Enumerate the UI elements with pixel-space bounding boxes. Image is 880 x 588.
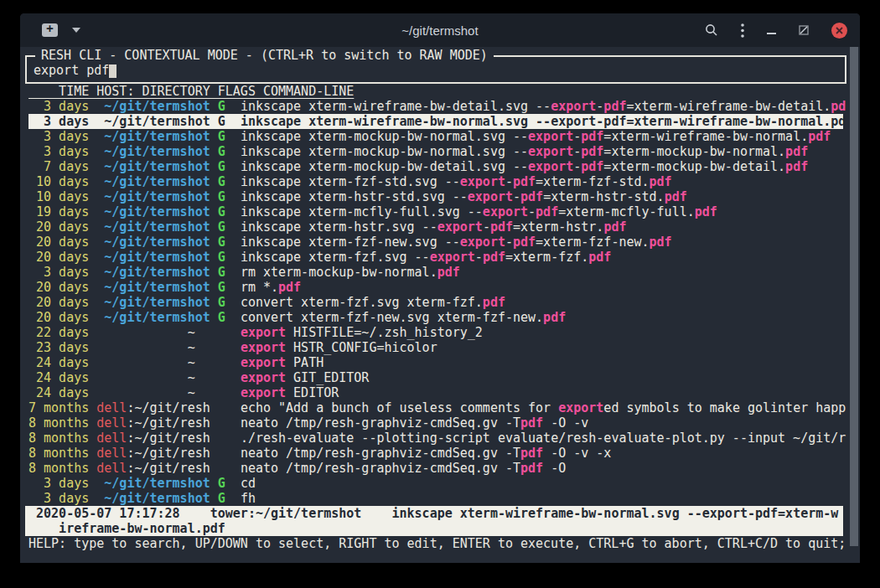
scrollbar[interactable]	[850, 47, 858, 563]
resh-search-panel: RESH CLI - CONTEXTUAL MODE - (CTRL+R to …	[25, 55, 846, 84]
history-rows: 3 days ~/git/termshot G inkscape xterm-w…	[25, 99, 843, 506]
history-row[interactable]: 24 days ~ export EDITOR	[28, 385, 843, 400]
history-row[interactable]: 22 days ~ export HISTFILE=~/.zsh_history…	[28, 325, 843, 340]
kebab-menu-icon	[741, 23, 744, 38]
terminal-window: ~/git/termshot	[20, 13, 860, 563]
close-button[interactable]	[831, 23, 847, 39]
close-icon	[836, 27, 843, 34]
scrollbar-thumb[interactable]	[850, 47, 858, 546]
history-row[interactable]: 7 days ~/git/termshot G inkscape xterm-m…	[28, 159, 843, 174]
chevron-down-icon[interactable]	[72, 28, 80, 33]
history-row[interactable]: 20 days ~/git/termshot G inkscape xterm-…	[28, 250, 843, 265]
history-row[interactable]: 20 days ~/git/termshot G inkscape xterm-…	[28, 219, 843, 235]
history-row[interactable]: 7 months dell:~/git/resh echo "Add a bun…	[28, 400, 843, 415]
status-host: tower:~/git/termshot	[210, 506, 392, 521]
minimize-icon	[767, 33, 776, 34]
status-time: 2020-05-07 17:17:28	[28, 506, 210, 521]
status-command: inkscape xterm-wireframe-bw-normal.svg -…	[392, 506, 839, 521]
search-query: export pdf	[34, 63, 109, 78]
restore-icon	[799, 25, 809, 35]
history-row[interactable]: 3 days ~/git/termshot G rm xterm-mockup-…	[28, 265, 843, 280]
history-row[interactable]: 3 days ~/git/termshot G inkscape xterm-w…	[28, 99, 843, 114]
status-line-1: 2020-05-07 17:17:28 tower:~/git/termshot…	[28, 506, 843, 521]
history-row[interactable]: 3 days ~/git/termshot G inkscape xterm-m…	[28, 129, 843, 144]
history-row[interactable]: 19 days ~/git/termshot G inkscape xterm-…	[28, 204, 843, 219]
table-header: TIME HOST: DIRECTORY FLAGS COMMAND-LINE	[28, 84, 860, 99]
new-tab-button[interactable]	[42, 23, 58, 37]
help-bar: HELP: type to search, UP/DOWN to select,…	[28, 536, 860, 551]
status-bar: 2020-05-07 17:17:28 tower:~/git/termshot…	[25, 506, 843, 536]
history-row[interactable]: 20 days ~/git/termshot G rm *.pdf	[28, 280, 843, 295]
history-row[interactable]: 10 days ~/git/termshot G inkscape xterm-…	[28, 189, 843, 204]
terminal-screen: RESH CLI - CONTEXTUAL MODE - (CTRL+R to …	[20, 47, 860, 563]
text-cursor	[109, 64, 116, 78]
history-row[interactable]: 8 months dell:~/git/resh neato /tmp/resh…	[28, 415, 843, 431]
history-row[interactable]: 8 months dell:~/git/resh neato /tmp/resh…	[28, 446, 843, 461]
history-row[interactable]: 20 days ~/git/termshot G convert xterm-f…	[28, 295, 843, 310]
history-row[interactable]: 3 days ~/git/termshot G fh	[28, 491, 843, 506]
history-row[interactable]: 3 days ~/git/termshot G inkscape xterm-m…	[28, 144, 843, 159]
history-row[interactable]: 20 days ~/git/termshot G convert xterm-f…	[28, 310, 843, 325]
restore-button[interactable]	[799, 25, 809, 35]
search-icon	[705, 23, 718, 37]
history-row[interactable]: 10 days ~/git/termshot G inkscape xterm-…	[28, 174, 843, 189]
minimize-button[interactable]	[767, 26, 776, 34]
history-row[interactable]: 3 days ~/git/termshot G cd	[28, 476, 843, 491]
resh-panel-title: RESH CLI - CONTEXTUAL MODE - (CTRL+R to …	[35, 48, 494, 63]
search-input[interactable]: export pdf	[34, 63, 838, 78]
search-button[interactable]	[705, 23, 718, 37]
titlebar: ~/git/termshot	[20, 13, 860, 47]
history-row[interactable]: 8 months dell:~/git/resh neato /tmp/resh…	[28, 461, 843, 476]
history-row[interactable]: 3 days ~/git/termshot G inkscape xterm-w…	[28, 114, 843, 129]
history-row[interactable]: 24 days ~ export GIT_EDITOR	[28, 370, 843, 385]
history-row[interactable]: 24 days ~ export PATH	[28, 355, 843, 370]
menu-button[interactable]	[741, 23, 744, 38]
history-row[interactable]: 20 days ~/git/termshot G inkscape xterm-…	[28, 235, 843, 250]
history-row[interactable]: 23 days ~ export HSTR_CONFIG=hicolor	[28, 340, 843, 355]
status-line-2: ireframe-bw-normal.pdf	[28, 521, 843, 536]
history-row[interactable]: 8 months dell:~/git/resh ./resh-evaluate…	[28, 431, 843, 446]
